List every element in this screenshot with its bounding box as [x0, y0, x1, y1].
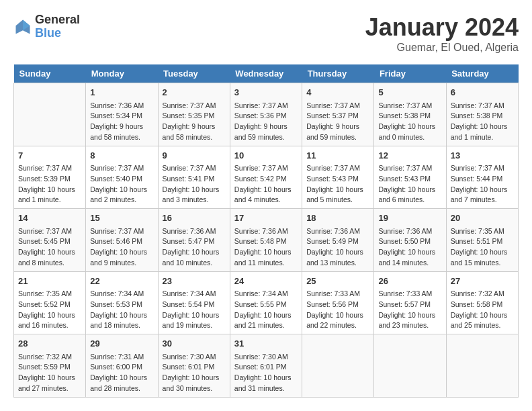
calendar-cell: 19Sunrise: 7:36 AMSunset: 5:50 PMDayligh… — [374, 209, 446, 272]
calendar-cell: 26Sunrise: 7:33 AMSunset: 5:57 PMDayligh… — [374, 271, 446, 334]
day-number: 31 — [234, 337, 298, 351]
day-number: 28 — [18, 337, 81, 351]
calendar-cell: 7Sunrise: 7:37 AMSunset: 5:39 PMDaylight… — [14, 146, 86, 209]
day-info: Sunrise: 7:37 AMSunset: 5:45 PMDaylight:… — [18, 226, 81, 269]
day-number: 12 — [378, 149, 441, 163]
logo-text: General Blue — [35, 13, 80, 40]
day-number: 19 — [378, 212, 441, 225]
week-row-3: 14Sunrise: 7:37 AMSunset: 5:45 PMDayligh… — [14, 209, 519, 272]
day-info: Sunrise: 7:33 AMSunset: 5:57 PMDaylight:… — [378, 289, 441, 331]
weekday-header-tuesday: Tuesday — [158, 64, 230, 83]
day-number: 24 — [234, 275, 298, 288]
logo-line1: General — [35, 13, 80, 27]
calendar-cell: 30Sunrise: 7:30 AMSunset: 6:01 PMDayligh… — [158, 334, 230, 398]
day-number: 17 — [234, 212, 298, 225]
day-info: Sunrise: 7:33 AMSunset: 5:56 PMDaylight:… — [306, 289, 369, 331]
weekday-header-monday: Monday — [86, 64, 158, 83]
calendar-cell: 12Sunrise: 7:37 AMSunset: 5:43 PMDayligh… — [374, 146, 446, 209]
day-info: Sunrise: 7:30 AMSunset: 6:01 PMDaylight:… — [234, 352, 298, 394]
calendar-cell — [446, 334, 518, 398]
day-info: Sunrise: 7:34 AMSunset: 5:55 PMDaylight:… — [234, 289, 298, 331]
calendar-cell: 28Sunrise: 7:32 AMSunset: 5:59 PMDayligh… — [14, 334, 86, 398]
logo: General Blue — [13, 13, 80, 40]
calendar-cell: 5Sunrise: 7:37 AMSunset: 5:38 PMDaylight… — [374, 83, 446, 146]
day-info: Sunrise: 7:34 AMSunset: 5:54 PMDaylight:… — [163, 289, 226, 331]
day-number: 20 — [451, 212, 514, 225]
week-row-1: 1Sunrise: 7:36 AMSunset: 5:34 PMDaylight… — [14, 83, 519, 146]
calendar-cell: 16Sunrise: 7:36 AMSunset: 5:47 PMDayligh… — [158, 209, 230, 272]
day-info: Sunrise: 7:37 AMSunset: 5:40 PMDaylight:… — [90, 163, 153, 205]
day-number: 3 — [234, 86, 298, 99]
weekday-header-sunday: Sunday — [14, 64, 86, 83]
day-info: Sunrise: 7:36 AMSunset: 5:47 PMDaylight:… — [163, 226, 226, 269]
day-info: Sunrise: 7:30 AMSunset: 6:01 PMDaylight:… — [163, 352, 226, 394]
calendar-cell: 6Sunrise: 7:37 AMSunset: 5:38 PMDaylight… — [446, 83, 518, 146]
calendar-cell: 29Sunrise: 7:31 AMSunset: 6:00 PMDayligh… — [86, 334, 158, 398]
day-info: Sunrise: 7:37 AMSunset: 5:41 PMDaylight:… — [163, 163, 226, 205]
day-number: 30 — [163, 337, 226, 351]
calendar-cell: 17Sunrise: 7:36 AMSunset: 5:48 PMDayligh… — [230, 209, 302, 272]
calendar-cell: 11Sunrise: 7:37 AMSunset: 5:43 PMDayligh… — [302, 146, 374, 209]
day-info: Sunrise: 7:35 AMSunset: 5:52 PMDaylight:… — [18, 289, 81, 331]
day-number: 22 — [90, 275, 153, 288]
weekday-header-row: SundayMondayTuesdayWednesdayThursdayFrid… — [14, 64, 519, 83]
day-info: Sunrise: 7:35 AMSunset: 5:51 PMDaylight:… — [451, 226, 514, 269]
day-info: Sunrise: 7:36 AMSunset: 5:48 PMDaylight:… — [234, 226, 298, 269]
day-number: 4 — [306, 86, 369, 99]
calendar-table: SundayMondayTuesdayWednesdayThursdayFrid… — [13, 64, 519, 398]
logo-line2: Blue — [35, 26, 61, 40]
calendar-cell: 23Sunrise: 7:34 AMSunset: 5:54 PMDayligh… — [158, 271, 230, 334]
calendar-cell: 18Sunrise: 7:36 AMSunset: 5:49 PMDayligh… — [302, 209, 374, 272]
day-number: 7 — [18, 149, 81, 163]
day-number: 27 — [451, 275, 514, 288]
day-info: Sunrise: 7:37 AMSunset: 5:36 PMDaylight:… — [234, 101, 298, 143]
day-number: 25 — [306, 275, 369, 288]
calendar-cell — [14, 83, 86, 146]
day-number: 23 — [163, 275, 226, 288]
day-info: Sunrise: 7:37 AMSunset: 5:43 PMDaylight:… — [378, 163, 441, 205]
month-title: January 2024 — [365, 13, 519, 42]
day-number: 21 — [18, 275, 81, 288]
calendar-cell: 9Sunrise: 7:37 AMSunset: 5:41 PMDaylight… — [158, 146, 230, 209]
page-header: General Blue January 2024 Guemar, El Oue… — [13, 13, 519, 54]
calendar-cell: 25Sunrise: 7:33 AMSunset: 5:56 PMDayligh… — [302, 271, 374, 334]
logo-icon — [13, 17, 32, 36]
day-number: 1 — [90, 86, 153, 99]
day-number: 5 — [378, 86, 441, 99]
day-info: Sunrise: 7:34 AMSunset: 5:53 PMDaylight:… — [90, 289, 153, 331]
day-number: 14 — [18, 212, 81, 225]
day-info: Sunrise: 7:37 AMSunset: 5:46 PMDaylight:… — [90, 226, 153, 269]
calendar-cell: 1Sunrise: 7:36 AMSunset: 5:34 PMDaylight… — [86, 83, 158, 146]
day-info: Sunrise: 7:37 AMSunset: 5:38 PMDaylight:… — [378, 101, 441, 143]
calendar-cell: 20Sunrise: 7:35 AMSunset: 5:51 PMDayligh… — [446, 209, 518, 272]
day-info: Sunrise: 7:37 AMSunset: 5:44 PMDaylight:… — [451, 163, 514, 205]
location-subtitle: Guemar, El Oued, Algeria — [365, 42, 519, 54]
day-info: Sunrise: 7:32 AMSunset: 5:59 PMDaylight:… — [18, 352, 81, 394]
calendar-cell: 14Sunrise: 7:37 AMSunset: 5:45 PMDayligh… — [14, 209, 86, 272]
day-info: Sunrise: 7:32 AMSunset: 5:58 PMDaylight:… — [451, 289, 514, 331]
calendar-cell: 27Sunrise: 7:32 AMSunset: 5:58 PMDayligh… — [446, 271, 518, 334]
calendar-cell: 13Sunrise: 7:37 AMSunset: 5:44 PMDayligh… — [446, 146, 518, 209]
calendar-cell — [374, 334, 446, 398]
day-number: 15 — [90, 212, 153, 225]
day-info: Sunrise: 7:37 AMSunset: 5:37 PMDaylight:… — [306, 101, 369, 143]
weekday-header-saturday: Saturday — [446, 64, 518, 83]
day-info: Sunrise: 7:36 AMSunset: 5:50 PMDaylight:… — [378, 226, 441, 269]
day-number: 2 — [163, 86, 226, 99]
day-number: 18 — [306, 212, 369, 225]
day-number: 10 — [234, 149, 298, 163]
calendar-cell: 24Sunrise: 7:34 AMSunset: 5:55 PMDayligh… — [230, 271, 302, 334]
calendar-cell: 3Sunrise: 7:37 AMSunset: 5:36 PMDaylight… — [230, 83, 302, 146]
day-info: Sunrise: 7:37 AMSunset: 5:35 PMDaylight:… — [163, 101, 226, 143]
title-area: January 2024 Guemar, El Oued, Algeria — [365, 13, 519, 54]
week-row-5: 28Sunrise: 7:32 AMSunset: 5:59 PMDayligh… — [14, 334, 519, 398]
calendar-cell: 2Sunrise: 7:37 AMSunset: 5:35 PMDaylight… — [158, 83, 230, 146]
week-row-4: 21Sunrise: 7:35 AMSunset: 5:52 PMDayligh… — [14, 271, 519, 334]
week-row-2: 7Sunrise: 7:37 AMSunset: 5:39 PMDaylight… — [14, 146, 519, 209]
day-info: Sunrise: 7:31 AMSunset: 6:00 PMDaylight:… — [90, 352, 153, 394]
calendar-cell — [302, 334, 374, 398]
calendar-cell: 21Sunrise: 7:35 AMSunset: 5:52 PMDayligh… — [14, 271, 86, 334]
weekday-header-thursday: Thursday — [302, 64, 374, 83]
weekday-header-wednesday: Wednesday — [230, 64, 302, 83]
weekday-header-friday: Friday — [374, 64, 446, 83]
